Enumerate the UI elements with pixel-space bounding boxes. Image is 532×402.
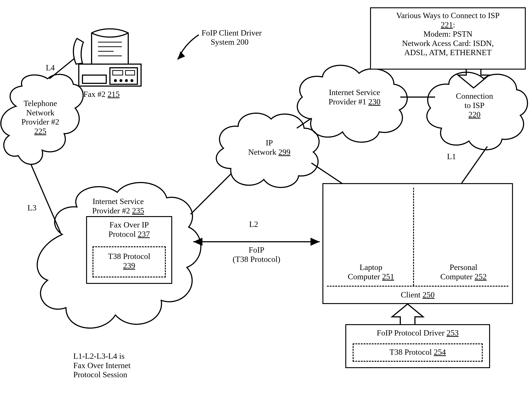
fax-icon bbox=[73, 29, 141, 86]
svg-marker-8 bbox=[193, 238, 203, 246]
ways-box: Various Ways to Connect to ISP 221: Mode… bbox=[370, 7, 526, 69]
link-l1-label: L1 bbox=[447, 152, 456, 161]
svg-point-19 bbox=[130, 79, 133, 82]
t38-a-text: T38 Protocol 239 bbox=[93, 252, 165, 270]
svg-line-1 bbox=[31, 165, 60, 232]
svg-marker-10 bbox=[178, 51, 185, 60]
link-l4-label: L4 bbox=[46, 63, 55, 73]
driver-box: FoIP Protocol Driver 253 T38 Protocol 25… bbox=[345, 324, 490, 368]
tel-cloud-text: Telephone Network Provider #2 225 bbox=[7, 99, 73, 136]
driver-label: FoIP Protocol Driver 253 bbox=[346, 328, 489, 338]
svg-point-18 bbox=[125, 79, 128, 82]
svg-rect-14 bbox=[113, 70, 123, 75]
laptop-label: Laptop Computer 251 bbox=[334, 263, 408, 281]
isp2-label: Internet Service Provider #2 235 bbox=[72, 197, 164, 215]
link-l2-label: L2 bbox=[249, 220, 258, 229]
client-box: Laptop Computer 251 Personal Computer 25… bbox=[323, 183, 513, 304]
foip-arrow-caption: FoIP (T38 Protocol) bbox=[216, 245, 297, 264]
fax-label: Fax #2 215 bbox=[83, 90, 120, 99]
svg-line-5 bbox=[462, 146, 487, 183]
svg-line-6 bbox=[311, 163, 344, 185]
svg-point-17 bbox=[120, 79, 122, 82]
client-label: Client 250 bbox=[323, 290, 512, 300]
session-text: L1-L2-L3-L4 is Fax Over Internet Protoco… bbox=[73, 352, 165, 379]
t38-box-b: T38 Protocol 254 bbox=[353, 343, 483, 362]
title-arrow bbox=[178, 35, 199, 60]
svg-rect-12 bbox=[82, 75, 106, 83]
svg-line-2 bbox=[190, 174, 231, 214]
link-l3-label: L3 bbox=[27, 203, 37, 213]
ways-text: Various Ways to Connect to ISP 221: Mode… bbox=[371, 11, 525, 57]
foip-protocol-box: Fax Over IP Protocol 237 T38 Protocol 23… bbox=[86, 216, 172, 284]
svg-point-16 bbox=[114, 79, 117, 82]
title-line1: FoIP Client Driver bbox=[202, 28, 262, 38]
client-divider-vertical bbox=[413, 188, 414, 286]
block-arrow-client bbox=[392, 304, 423, 324]
svg-rect-15 bbox=[126, 70, 135, 75]
t38-b-text: T38 Protocol 254 bbox=[354, 348, 482, 357]
title-line2: System 200 bbox=[211, 38, 249, 47]
ipnet-text: IP Network 299 bbox=[236, 138, 302, 157]
pc-label: Personal Computer 252 bbox=[424, 263, 503, 281]
foip-arrow-line bbox=[193, 238, 320, 246]
isp1-text: Internet Service Provider #1 230 bbox=[313, 88, 396, 107]
t38-box-a: T38 Protocol 239 bbox=[93, 246, 166, 277]
foip-protocol-text: Fax Over IP Protocol 237 bbox=[87, 220, 171, 239]
svg-marker-9 bbox=[310, 238, 320, 246]
conn-text: Connection to ISP 220 bbox=[436, 92, 513, 119]
client-divider-horizontal bbox=[327, 286, 508, 287]
